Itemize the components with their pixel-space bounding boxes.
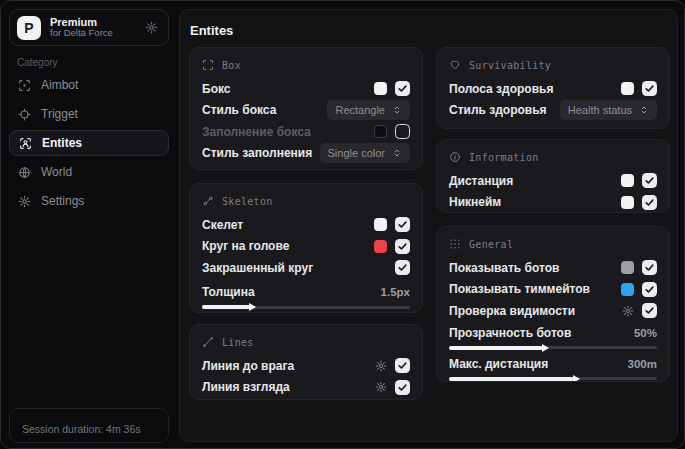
sidebar-item-settings[interactable]: Settings: [9, 188, 169, 214]
color-swatch[interactable]: [621, 196, 634, 209]
dropdown-value: Single color: [328, 147, 385, 159]
setting-label: Показывать тиммейтов: [449, 282, 590, 296]
box-style-dropdown[interactable]: Rectangle: [327, 100, 410, 120]
gear-icon[interactable]: [375, 360, 387, 372]
sidebar-item-label: World: [41, 165, 72, 179]
setting-row: Линия до врага: [202, 355, 410, 377]
color-swatch[interactable]: [621, 283, 634, 296]
slider-thumb[interactable]: [249, 303, 256, 311]
session-duration-card: Session duration: 4m 36s: [9, 408, 169, 443]
setting-row: Стиль здоровья Health status: [449, 100, 657, 122]
checkbox[interactable]: [642, 303, 657, 318]
gear-icon: [18, 195, 31, 208]
setting-label: Показывать ботов: [449, 261, 559, 275]
gear-icon[interactable]: [375, 381, 387, 393]
color-swatch[interactable]: [374, 125, 387, 138]
checkbox[interactable]: [642, 260, 657, 275]
color-swatch[interactable]: [374, 82, 387, 95]
heart-icon: [449, 59, 461, 71]
checkbox[interactable]: [395, 81, 410, 96]
max-distance-slider[interactable]: [449, 377, 657, 380]
info-icon: [449, 151, 461, 163]
box-icon: [202, 59, 214, 71]
fill-style-dropdown[interactable]: Single color: [320, 143, 410, 163]
checkbox[interactable]: [395, 380, 410, 395]
setting-row: Никнейм: [449, 192, 657, 214]
setting-label: Полоса здоровья: [449, 82, 553, 96]
setting-row: Проверка видимости: [449, 300, 657, 322]
panel-survivability-header: Survivability: [449, 57, 657, 73]
panel-information-header: Information: [449, 149, 657, 165]
checkbox[interactable]: [395, 217, 410, 232]
setting-label: Стиль здоровья: [449, 103, 547, 117]
color-swatch[interactable]: [621, 261, 634, 274]
checkbox[interactable]: [642, 282, 657, 297]
checkbox[interactable]: [642, 173, 657, 188]
color-swatch[interactable]: [621, 174, 634, 187]
setting-row: Показывать ботов: [449, 257, 657, 279]
crosshair-icon: [18, 79, 31, 92]
setting-label: Прозрачность ботов: [449, 326, 571, 340]
setting-label: Толщина: [202, 285, 255, 299]
setting-row: Стиль бокса Rectangle: [202, 100, 410, 122]
dropdown-value: Rectangle: [335, 104, 385, 116]
setting-row: Круг на голове: [202, 236, 410, 258]
sidebar-item-trigget[interactable]: Trigget: [9, 101, 169, 127]
unfold-icon: [392, 148, 402, 158]
grid-icon: [449, 238, 461, 250]
slider-thumb[interactable]: [573, 375, 580, 383]
panel-lines-header: Lines: [202, 334, 410, 350]
premium-card: P Premium for Delta Force: [9, 9, 169, 46]
setting-label: Проверка видимости: [449, 304, 575, 318]
setting-row: Стиль заполнения Single color: [202, 143, 410, 165]
app-logo: P: [17, 16, 41, 40]
panel-title: Lines: [222, 337, 254, 348]
setting-row: Дистанция: [449, 170, 657, 192]
setting-row: Линия взгляда: [202, 377, 410, 399]
setting-label: Линия до врага: [202, 359, 294, 373]
bot-opacity-slider[interactable]: [449, 346, 657, 349]
health-style-dropdown[interactable]: Health status: [560, 100, 657, 120]
setting-label: Бокс: [202, 82, 230, 96]
setting-label: Заполнение бокса: [202, 125, 311, 139]
panel-box-header: Box: [202, 57, 410, 73]
slider-value: 50%: [634, 327, 657, 339]
sidebar-item-world[interactable]: World: [9, 159, 169, 185]
setting-label: Стиль заполнения: [202, 146, 312, 160]
sidebar-item-label: Aimbot: [41, 78, 78, 92]
panel-general: General Показывать ботов Показывать тимм…: [436, 226, 670, 382]
setting-row: Заполнение бокса: [202, 121, 410, 143]
product-subtitle: for Delta Force: [50, 28, 136, 39]
checkbox[interactable]: [395, 358, 410, 373]
trigger-icon: [18, 108, 31, 121]
setting-row: Прозрачность ботов 50%: [449, 322, 657, 353]
color-swatch[interactable]: [374, 218, 387, 231]
checkbox[interactable]: [395, 239, 410, 254]
setting-row: Показывать тиммейтов: [449, 279, 657, 301]
setting-row: Макс. дистанция 300m: [449, 353, 657, 383]
sidebar-item-entites[interactable]: Entites: [9, 130, 169, 156]
gear-icon[interactable]: [622, 305, 634, 317]
setting-row: Бокс: [202, 78, 410, 100]
gear-icon[interactable]: [145, 21, 158, 34]
checkbox[interactable]: [642, 195, 657, 210]
thickness-slider[interactable]: [202, 306, 410, 309]
checkbox[interactable]: [395, 124, 410, 139]
unfold-icon: [392, 105, 402, 115]
setting-label: Макс. дистанция: [449, 357, 548, 371]
bone-icon: [202, 195, 214, 207]
setting-row: Закрашенный круг: [202, 257, 410, 279]
checkbox[interactable]: [395, 260, 410, 275]
slider-thumb[interactable]: [542, 344, 549, 352]
sidebar-item-aimbot[interactable]: Aimbot: [9, 72, 169, 98]
setting-label: Линия взгляда: [202, 380, 290, 394]
setting-label: Никнейм: [449, 195, 501, 209]
color-swatch[interactable]: [621, 82, 634, 95]
color-swatch[interactable]: [374, 240, 387, 253]
panel-box: Box Бокс Стиль бокса Rectangle: [189, 47, 423, 170]
sidebar-item-label: Trigget: [41, 107, 78, 121]
panel-title: Skeleton: [222, 196, 273, 207]
line-icon: [202, 336, 214, 348]
session-duration-label: Session duration: 4m 36s: [22, 423, 140, 435]
checkbox[interactable]: [642, 81, 657, 96]
